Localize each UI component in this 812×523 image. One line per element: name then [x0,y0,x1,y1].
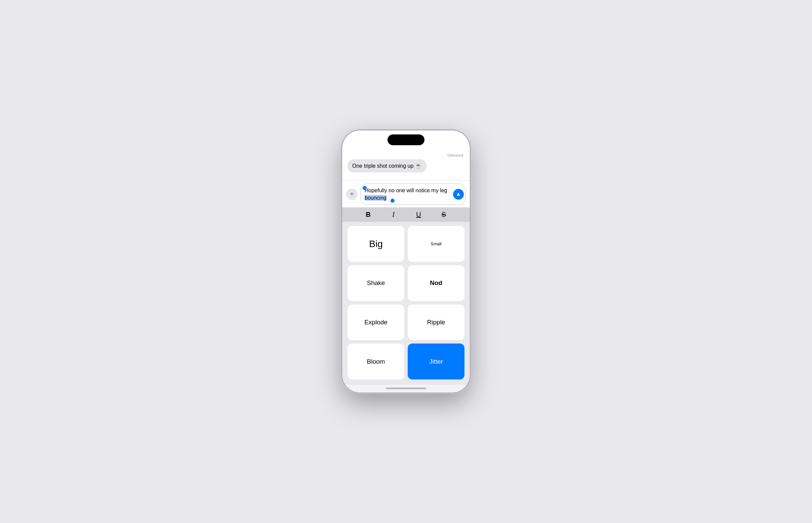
input-text-highlighted: bouncing [365,195,386,201]
dynamic-island [387,134,425,145]
effect-shake-label: Shake [367,279,385,287]
delivered-label: Delivered [347,153,465,157]
phone-frame: Delivered One triple shot coming up ☕ + … [342,130,470,393]
effect-explode-label: Explode [364,319,387,326]
input-text-plain: Hopefully no one will notice my leg [365,187,447,193]
add-button[interactable]: + [346,188,358,200]
text-input-wrapper: Hopefully no one will notice my leg boun… [360,183,466,205]
effect-small-button[interactable]: Small [408,226,465,262]
plus-icon: + [350,190,354,198]
effect-explode-button[interactable]: Explode [347,305,404,341]
effect-jitter-label: Jitter [429,358,443,365]
message-input[interactable]: Hopefully no one will notice my leg boun… [360,183,466,205]
effect-nod-label: Nod [430,279,442,287]
effect-shake-button[interactable]: Shake [347,265,404,301]
phone-screen: Delivered One triple shot coming up ☕ + … [342,130,470,393]
effect-big-button[interactable]: Big [347,226,404,262]
received-message-bubble: One triple shot coming up ☕ [347,159,427,173]
effect-ripple-button[interactable]: Ripple [408,305,465,341]
selection-handle-bottom [391,199,395,203]
effect-small-label: Small [431,241,441,246]
home-bar [386,387,426,389]
send-icon [457,193,460,196]
selection-handle-top [363,186,367,190]
strikethrough-button[interactable]: S [437,211,451,218]
home-indicator-area [342,385,470,393]
effect-jitter-button[interactable]: Jitter [408,343,465,379]
effect-bloom-button[interactable]: Bloom [347,343,404,379]
underline-button[interactable]: U [411,211,426,218]
format-toolbar: B I U S [342,208,470,222]
bold-button[interactable]: B [361,211,376,218]
italic-button[interactable]: I [386,211,401,218]
messages-area: Delivered One triple shot coming up ☕ [342,148,470,180]
send-button[interactable] [453,189,464,200]
effects-grid: Big Small Shake Nod Explode Ripple Bloom… [342,222,470,385]
input-area: + Hopefully no one will notice my leg bo… [342,180,470,208]
effect-bloom-label: Bloom [367,358,385,365]
effect-ripple-label: Ripple [427,319,445,326]
effect-nod-button[interactable]: Nod [408,265,465,301]
effect-big-label: Big [369,239,382,249]
